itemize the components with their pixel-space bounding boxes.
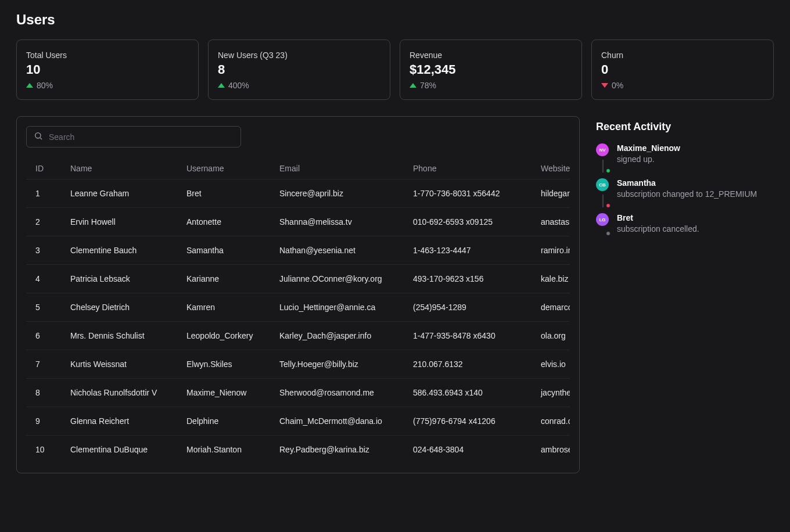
- table-row[interactable]: 4Patricia LebsackKarianneJulianne.OConne…: [26, 265, 570, 293]
- cell-username: Elwyn.Skiles: [177, 350, 270, 379]
- cell-email: Sincere@april.biz: [270, 179, 404, 208]
- search-input[interactable]: [49, 132, 234, 142]
- stat-delta-value: 400%: [228, 81, 249, 90]
- svg-line-1: [40, 138, 42, 139]
- cell-website: jacynthe.com: [532, 379, 570, 407]
- stat-card: Churn 0 0%: [591, 39, 774, 100]
- stat-value: 0: [601, 62, 764, 77]
- stat-label: Churn: [601, 51, 764, 60]
- trend-up-icon: [26, 83, 33, 88]
- users-table-card: IDNameUsernameEmailPhoneWebsite 1Leanne …: [16, 116, 580, 473]
- table-row[interactable]: 6Mrs. Dennis SchulistLeopoldo_CorkeryKar…: [26, 322, 570, 350]
- trend-up-icon: [218, 83, 225, 88]
- cell-phone: 493-170-9623 x156: [404, 265, 532, 293]
- cell-email: Rey.Padberg@karina.biz: [270, 436, 404, 464]
- cell-website: ambrose.net: [532, 436, 570, 464]
- stat-label: New Users (Q3 23): [218, 51, 380, 60]
- activity-user: Samantha: [617, 178, 770, 188]
- page-title: Users: [16, 12, 774, 28]
- cell-name: Glenna Reichert: [61, 407, 177, 436]
- column-header[interactable]: Name: [61, 156, 177, 179]
- cell-email: Chaim_McDermott@dana.io: [270, 407, 404, 436]
- stat-label: Total Users: [26, 51, 189, 60]
- cell-phone: 586.493.6943 x140: [404, 379, 532, 407]
- cell-email: Karley_Dach@jasper.info: [270, 322, 404, 350]
- status-dot-icon: [606, 168, 611, 173]
- cell-name: Patricia Lebsack: [61, 265, 177, 293]
- cell-email: Lucio_Hettinger@annie.ca: [270, 293, 404, 322]
- cell-website: ramiro.info: [532, 236, 570, 265]
- column-header[interactable]: ID: [26, 156, 61, 179]
- search-field[interactable]: [26, 126, 241, 148]
- activity-user: Maxime_Nienow: [617, 143, 770, 153]
- stat-delta: 78%: [410, 81, 572, 90]
- table-row[interactable]: 3Clementine BauchSamanthaNathan@yesenia.…: [26, 236, 570, 265]
- activity-item: LG Bret subscription cancelled.: [596, 213, 770, 235]
- cell-phone: (775)976-6794 x41206: [404, 407, 532, 436]
- activity-item: CB Samantha subscription changed to 12_P…: [596, 178, 770, 207]
- search-icon: [34, 131, 43, 142]
- cell-phone: 1-463-123-4447: [404, 236, 532, 265]
- table-row[interactable]: 10Clementina DuBuqueMoriah.StantonRey.Pa…: [26, 436, 570, 464]
- cell-name: Leanne Graham: [61, 179, 177, 208]
- cell-name: Chelsey Dietrich: [61, 293, 177, 322]
- activity-desc: signed up.: [617, 154, 770, 166]
- cell-id: 7: [26, 350, 61, 379]
- status-dot-icon: [606, 203, 611, 208]
- stat-delta: 400%: [218, 81, 380, 90]
- cell-phone: 1-770-736-8031 x56442: [404, 179, 532, 208]
- table-row[interactable]: 9Glenna ReichertDelphineChaim_McDermott@…: [26, 407, 570, 436]
- column-header[interactable]: Username: [177, 156, 270, 179]
- cell-website: kale.biz: [532, 265, 570, 293]
- cell-name: Ervin Howell: [61, 208, 177, 236]
- stat-card: Total Users 10 80%: [16, 39, 199, 100]
- cell-email: Julianne.OConner@kory.org: [270, 265, 404, 293]
- recent-activity-panel: Recent Activity NV Maxime_Nienow signed …: [596, 116, 770, 241]
- stat-label: Revenue: [410, 51, 572, 60]
- table-row[interactable]: 8Nicholas Runolfsdottir VMaxime_NienowSh…: [26, 379, 570, 407]
- cell-username: Delphine: [177, 407, 270, 436]
- stat-delta: 0%: [601, 81, 764, 90]
- cell-id: 1: [26, 179, 61, 208]
- cell-username: Karianne: [177, 265, 270, 293]
- cell-id: 6: [26, 322, 61, 350]
- trend-up-icon: [410, 83, 416, 88]
- users-table: IDNameUsernameEmailPhoneWebsite 1Leanne …: [26, 156, 570, 463]
- column-header[interactable]: Website: [532, 156, 570, 179]
- cell-id: 10: [26, 436, 61, 464]
- activity-user: Bret: [617, 213, 770, 222]
- table-row[interactable]: 7Kurtis WeissnatElwyn.SkilesTelly.Hoeger…: [26, 350, 570, 379]
- cell-id: 3: [26, 236, 61, 265]
- stat-card: New Users (Q3 23) 8 400%: [208, 39, 390, 100]
- cell-username: Leopoldo_Corkery: [177, 322, 270, 350]
- cell-id: 2: [26, 208, 61, 236]
- avatar: NV: [596, 143, 609, 156]
- cell-phone: 210.067.6132: [404, 350, 532, 379]
- table-row[interactable]: 5Chelsey DietrichKamrenLucio_Hettinger@a…: [26, 293, 570, 322]
- cell-email: Sherwood@rosamond.me: [270, 379, 404, 407]
- avatar: LG: [596, 213, 609, 226]
- stat-value: $12,345: [410, 62, 572, 77]
- cell-website: ola.org: [532, 322, 570, 350]
- cell-website: conrad.com: [532, 407, 570, 436]
- cell-username: Maxime_Nienow: [177, 379, 270, 407]
- cell-email: Shanna@melissa.tv: [270, 208, 404, 236]
- column-header[interactable]: Phone: [404, 156, 532, 179]
- avatar: CB: [596, 178, 609, 191]
- table-row[interactable]: 2Ervin HowellAntonetteShanna@melissa.tv0…: [26, 208, 570, 236]
- cell-name: Mrs. Dennis Schulist: [61, 322, 177, 350]
- stat-value: 10: [26, 62, 189, 77]
- cell-website: demarco.info: [532, 293, 570, 322]
- stat-delta-value: 78%: [420, 81, 436, 90]
- stat-value: 8: [218, 62, 380, 77]
- stat-delta-value: 0%: [612, 81, 623, 90]
- status-dot-icon: [606, 231, 611, 236]
- cell-name: Kurtis Weissnat: [61, 350, 177, 379]
- timeline-line: [602, 160, 604, 172]
- cell-name: Clementina DuBuque: [61, 436, 177, 464]
- column-header[interactable]: Email: [270, 156, 404, 179]
- activity-desc: subscription cancelled.: [617, 224, 770, 235]
- recent-activity-title: Recent Activity: [596, 121, 770, 133]
- stats-row: Total Users 10 80% New Users (Q3 23) 8 4…: [16, 39, 774, 100]
- table-row[interactable]: 1Leanne GrahamBretSincere@april.biz1-770…: [26, 179, 570, 208]
